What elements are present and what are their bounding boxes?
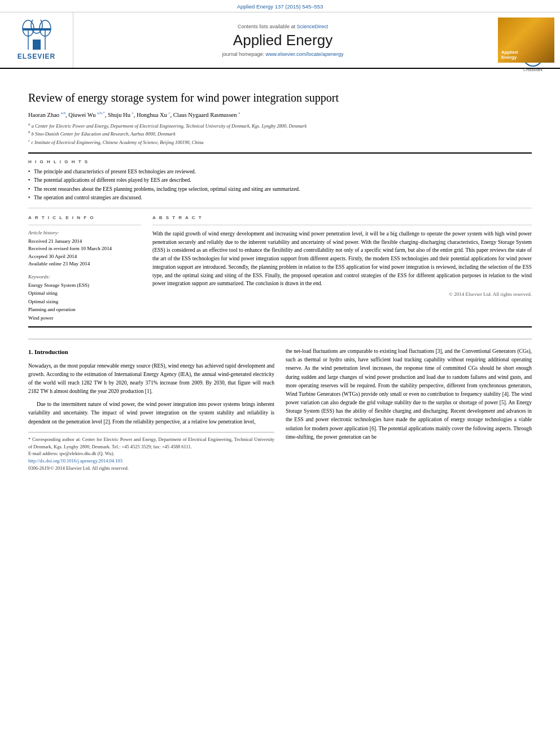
highlights-section: H I G H L I G H T S The principle and ch… [28,159,532,202]
copyright: © 2014 Elsevier Ltd. All rights reserved… [152,291,532,297]
affiliation-c: c c Institute of Electrical Engineering,… [28,138,532,146]
history-online: Available online 23 May 2014 [28,260,141,268]
footnote-section: * Corresponding author at: Center for El… [28,432,274,472]
divider-article-info [28,225,141,225]
highlight-item: The recent researches about the EES plan… [28,185,532,194]
keyword-optimal-siting: Optimal siting [28,289,141,297]
intro-para-right: the net-load fluctuations are comparable… [286,347,532,442]
homepage-link[interactable]: www.elsevier.com/locate/apenergy [265,51,343,57]
keywords-label: Keywords: [28,274,141,279]
body-two-column: 1. Introduction Nowadays, as the most po… [28,347,532,472]
applied-energy-logo-text: AppliedEnergy [501,50,518,60]
article-info-label: A R T I C L E I N F O [28,215,141,220]
section-1-heading: 1. Introduction [28,347,274,357]
main-content: ✓ CrossMark Review of energy storage sys… [0,69,560,483]
affiliations: a a Center for Electric Power and Energy… [28,121,532,146]
highlights-list: The principle and characteristics of pre… [28,168,532,202]
svg-point-3 [31,20,42,33]
sciencedirect-link[interactable]: ScienceDirect [297,24,329,29]
keyword-optimal-sizing: Optimal sizing [28,298,141,305]
journal-header: ELSEVIER Contents lists available at Sci… [0,12,560,69]
divider-2 [28,208,532,208]
journal-ref-text: Applied Energy 137 (2015) 545–553 [237,3,323,10]
svg-rect-0 [33,40,41,50]
crossmark-label: CrossMark [523,68,543,72]
elsevier-logo-area: ELSEVIER [0,12,73,68]
keywords-section: Keywords: Energy Storage System (ESS) Op… [28,274,141,322]
elsevier-logo: ELSEVIER [17,20,56,60]
history-received: Received 21 January 2014 [28,238,141,246]
contents-text: Contents lists available at [238,24,295,29]
abstract-section: A B S T R A C T With the rapid growth of… [152,215,532,322]
history-label: Article history: [28,230,141,235]
journal-homepage: journal homepage: www.elsevier.com/locat… [222,51,343,57]
abstract-label: A B S T R A C T [152,215,532,220]
highlight-item: The operation and control strategies are… [28,194,532,202]
journal-title: Applied Energy [233,32,333,49]
history-revised: Received in revised form 10 March 2014 [28,245,141,253]
article-info-abstract-row: A R T I C L E I N F O Article history: R… [28,215,532,322]
footnote-email: E-mail address: qw@elektro.dtu.dk (Q. Wu… [28,450,274,457]
journal-name-area: Contents lists available at ScienceDirec… [73,12,492,68]
affiliation-a: a a Center for Electric Power and Energy… [28,121,532,130]
keyword-ess: Energy Storage System (ESS) [28,281,141,289]
authors-line: Haoran Zhao a,b, Qiuwei Wu a,b,*, Shuju … [28,111,532,118]
doi-link[interactable]: http://dx.doi.org/10.1016/j.apenergy.201… [28,457,274,465]
highlights-label: H I G H L I G H T S [28,159,532,164]
history-accepted: Accepted 30 April 2014 [28,253,141,261]
keyword-planning: Planning and operation [28,305,141,313]
body-col-left: 1. Introduction Nowadays, as the most po… [28,347,274,472]
article-title: Review of energy storage system for wind… [28,90,532,105]
issn-line: 0306-2619/© 2014 Elsevier Ltd. All right… [28,465,274,472]
keyword-wind: Wind power [28,314,141,322]
thick-divider-2 [28,326,532,327]
journal-reference: Applied Energy 137 (2015) 545–553 [0,0,560,12]
svg-rect-1 [23,28,51,30]
intro-para-2: Due to the intermittent nature of wind p… [28,400,274,426]
highlight-item: The principle and characteristics of pre… [28,168,532,176]
abstract-text: With the rapid growth of wind energy dev… [152,230,532,288]
contents-available-text: Contents lists available at ScienceDirec… [238,23,328,29]
thick-divider-1 [28,152,532,154]
highlight-item: The potential applications of different … [28,176,532,185]
intro-para-1: Nowadays, as the most popular renewable … [28,362,274,396]
elsevier-wordmark: ELSEVIER [18,53,55,60]
applied-energy-logo-area: AppliedEnergy [492,12,560,68]
divider-abstract [152,225,532,225]
applied-energy-logo: AppliedEnergy [498,18,554,63]
body-section: 1. Introduction Nowadays, as the most po… [28,339,532,472]
article-info-column: A R T I C L E I N F O Article history: R… [28,215,141,322]
affiliation-b: b b Sino-Danish Center for Education and… [28,129,532,138]
elsevier-tree-icon [17,20,56,51]
body-col-right: the net-load fluctuations are comparable… [286,347,532,472]
footnote-corresponding: * Corresponding author at: Center for El… [28,436,274,451]
